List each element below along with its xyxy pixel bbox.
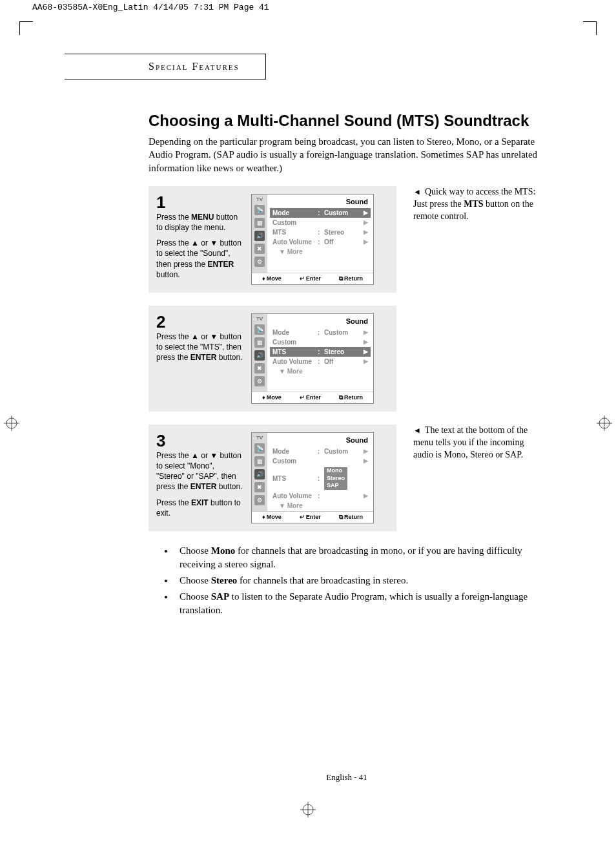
step-1-text-b: Press the ▲ or ▼ button to select the "S… xyxy=(156,238,243,280)
osd-row-mts: MTS:Stereo▶ xyxy=(270,347,371,357)
osd-footer: ♦Move ↵Enter ⧉Return xyxy=(252,273,373,284)
antenna-icon: 📡 xyxy=(254,443,265,454)
section-header: Special Features xyxy=(65,54,266,79)
bullet-stereo: Choose Stereo for channels that are broa… xyxy=(174,574,545,587)
side-note-2: ◄ The text at the bottom of the menu tel… xyxy=(403,425,545,531)
osd-title: Sound xyxy=(270,196,371,208)
sound-icon: 🔊 xyxy=(254,469,265,479)
osd-popup: Mono Stereo SAP xyxy=(324,467,347,490)
osd-row-custom: Custom▶ xyxy=(270,456,371,466)
osd-row-custom: Custom▶ xyxy=(270,337,371,347)
sound-icon: 🔊 xyxy=(254,350,265,361)
osd-screenshot-3: TV 📡 ▦ 🔊 ✖ ⚙ Sound Mode:Custom▶ xyxy=(251,432,374,523)
picture-icon: ▦ xyxy=(254,337,265,348)
step-3-text-b: Press the EXIT button to exit. xyxy=(156,498,243,518)
registration-mark-bottom xyxy=(300,802,316,817)
page-footer: English - 41 xyxy=(149,772,545,783)
step-2-number: 2 xyxy=(156,313,243,330)
osd-row-mts: MTS:Stereo▶ xyxy=(270,227,371,237)
osd-tv-label: TV xyxy=(256,196,263,202)
antenna-icon: 📡 xyxy=(254,324,265,335)
page-content: Special Features Choosing a Multi-Channe… xyxy=(0,15,616,821)
osd-screenshot-1: TV 📡 ▦ 🔊 ✖ ⚙ Sound Mode:Custom▶ xyxy=(251,194,374,285)
side-note-1: ◄ Quick way to access the MTS: Just pres… xyxy=(403,186,545,293)
osd-row-autovol: Auto Volume:▶ xyxy=(270,491,371,501)
osd-row-autovol: Auto Volume:Off▶ xyxy=(270,357,371,366)
registration-mark-left xyxy=(4,416,19,431)
note-marker-icon: ◄ xyxy=(413,187,425,196)
note-marker-icon: ◄ xyxy=(413,426,425,435)
osd-row-mode: Mode:Custom▶ xyxy=(270,328,371,337)
step-3-text-a: Press the ▲ or ▼ button to select "Mono"… xyxy=(156,450,243,492)
bullet-sap: Choose SAP to listen to the Separate Aud… xyxy=(174,590,545,617)
registration-mark-right xyxy=(597,416,612,431)
antenna-icon: 📡 xyxy=(254,205,265,215)
osd-row-mts: MTS: Mono Stereo SAP xyxy=(270,466,371,491)
osd-screenshot-2: TV 📡 ▦ 🔊 ✖ ⚙ Sound Mode:Custom▶ xyxy=(251,313,374,404)
picture-icon: ▦ xyxy=(254,218,265,228)
step-3-number: 3 xyxy=(156,432,243,449)
osd-row-mode: Mode:Custom▶ xyxy=(270,208,371,218)
osd-row-mode: Mode:Custom▶ xyxy=(270,447,371,456)
intro-paragraph: Depending on the particular program bein… xyxy=(149,135,545,174)
osd-row-autovol: Auto Volume:Off▶ xyxy=(270,237,371,247)
step-2: 2 Press the ▲ or ▼ button to select the … xyxy=(149,306,396,412)
sound-icon: 🔊 xyxy=(254,231,265,241)
step-3: 3 Press the ▲ or ▼ button to select "Mon… xyxy=(149,425,396,531)
step-1-number: 1 xyxy=(156,194,243,211)
sliders-icon: ⚙ xyxy=(254,376,265,386)
crop-mark-tr xyxy=(583,21,597,35)
setup-icon: ✖ xyxy=(254,482,265,492)
osd-more: ▼ More xyxy=(270,248,371,255)
step-2-text: Press the ▲ or ▼ button to select the "M… xyxy=(156,332,243,363)
bullet-list: Choose Mono for channels that are broadc… xyxy=(149,544,545,617)
page-meta-slug: AA68-03585A-X0Eng_Latin 4/14/05 7:31 PM … xyxy=(0,0,616,15)
bullet-mono: Choose Mono for channels that are broadc… xyxy=(174,544,545,571)
sliders-icon: ⚙ xyxy=(254,257,265,267)
picture-icon: ▦ xyxy=(254,456,265,467)
step-1: 1 Press the MENU button to display the m… xyxy=(149,186,396,293)
setup-icon: ✖ xyxy=(254,363,265,374)
setup-icon: ✖ xyxy=(254,244,265,254)
page-title: Choosing a Multi-Channel Sound (MTS) Sou… xyxy=(149,112,545,130)
step-1-text-a: Press the MENU button to display the men… xyxy=(156,212,243,233)
crop-mark-tl xyxy=(19,21,33,35)
osd-row-custom: Custom▶ xyxy=(270,218,371,227)
sliders-icon: ⚙ xyxy=(254,495,265,505)
